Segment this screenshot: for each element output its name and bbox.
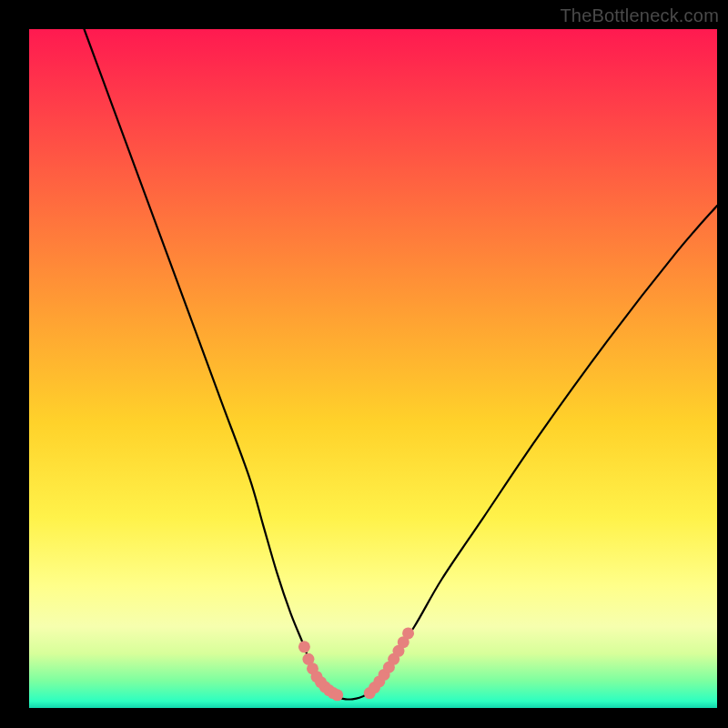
watermark-text: TheBottleneck.com [560, 5, 719, 26]
highlight-dots-left [298, 641, 343, 701]
chart-frame: TheBottleneck.com [0, 0, 728, 728]
plot-area [29, 29, 717, 708]
highlight-dots-right [364, 627, 414, 699]
highlight-dot [331, 689, 343, 701]
curve-layer [29, 29, 717, 708]
highlight-dot [402, 627, 414, 639]
bottleneck-curve [84, 29, 717, 699]
highlight-dot [298, 641, 310, 652]
